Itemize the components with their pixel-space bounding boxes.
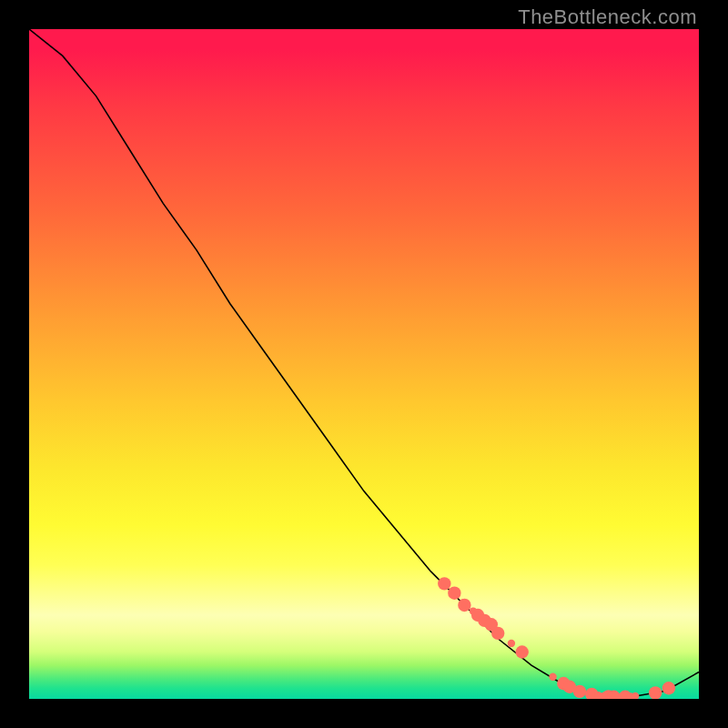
- data-marker: [508, 640, 515, 647]
- attribution-watermark: TheBottleneck.com: [518, 5, 697, 29]
- data-marker: [458, 599, 470, 612]
- data-marker: [491, 627, 504, 640]
- data-marker: [448, 587, 460, 600]
- data-marker: [649, 686, 662, 699]
- chart-stage: TheBottleneck.com: [0, 0, 728, 728]
- data-marker: [516, 645, 529, 658]
- data-marker: [549, 673, 556, 681]
- data-marker: [438, 577, 450, 590]
- data-marker: [573, 685, 586, 698]
- data-marker: [662, 682, 675, 694]
- chart-overlay-svg: [29, 29, 699, 699]
- data-curve: [29, 29, 699, 697]
